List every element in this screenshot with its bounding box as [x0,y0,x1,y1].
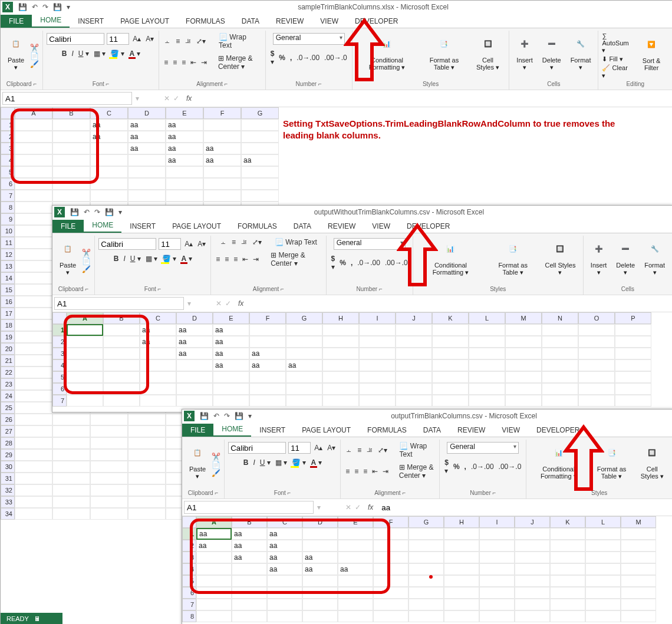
cell[interactable] [90,496,128,508]
cell[interactable] [322,336,359,348]
cell[interactable] [615,348,651,359]
cell[interactable] [469,348,505,359]
cell[interactable] [249,371,286,383]
delete-button[interactable]: ➖Delete▾ [612,244,638,278]
cell[interactable] [585,552,621,563]
cell[interactable] [359,324,396,336]
cut-icon[interactable]: ✂️ [30,44,39,52]
cell[interactable] [615,383,651,395]
cell[interactable] [409,575,444,587]
align-left-icon[interactable]: ≡ [163,58,169,67]
cell[interactable]: aa [128,131,166,143]
delete-button[interactable]: ➖Delete▾ [539,39,565,72]
tab-home[interactable]: HOME [84,219,121,233]
cell[interactable] [542,359,578,371]
decrease-indent-icon[interactable]: ⇤ [371,467,379,476]
row-header[interactable]: 17 [1,308,15,319]
cell[interactable] [203,178,241,190]
qat-save2-icon[interactable]: 💾 [105,208,114,216]
cell[interactable] [15,190,52,202]
decrease-font-icon[interactable]: A▾ [196,240,207,248]
cell[interactable] [359,359,396,371]
cell[interactable] [550,575,585,587]
cell[interactable]: aa [249,359,286,371]
cell[interactable] [578,336,615,348]
column-header[interactable]: N [542,312,578,324]
cell[interactable] [267,610,302,622]
row-header[interactable]: 8 [182,610,196,622]
cell[interactable] [166,190,203,202]
cell[interactable] [615,336,651,348]
column-header[interactable]: O [578,312,615,324]
column-header[interactable]: I [479,516,515,528]
column-header[interactable]: J [515,516,550,528]
align-right-icon[interactable]: ≡ [362,467,368,476]
cell[interactable] [128,437,166,449]
cell[interactable] [15,296,52,308]
tab-page-layout[interactable]: PAGE LAYOUT [294,424,359,437]
percent-icon[interactable]: % [452,463,461,471]
name-box[interactable] [2,92,132,105]
cell[interactable] [52,484,90,496]
cell[interactable] [176,395,213,407]
cell[interactable] [359,336,396,348]
cell[interactable] [515,540,550,552]
qat-save-icon[interactable]: 💾 [18,3,27,11]
cell[interactable] [196,599,232,610]
underline-button[interactable]: U ▾ [129,255,142,263]
tab-review[interactable]: REVIEW [268,15,312,28]
cell[interactable] [615,324,651,336]
cell[interactable] [52,449,90,461]
cell[interactable] [128,508,166,520]
cell[interactable] [90,508,128,520]
cell[interactable] [90,190,128,202]
align-center-icon[interactable]: ≡ [172,58,178,67]
row-header[interactable]: 15 [1,284,15,296]
cell[interactable]: aa [128,119,166,131]
column-header[interactable]: D [176,312,213,324]
cell[interactable] [128,154,166,166]
cell[interactable] [409,528,444,540]
row-header[interactable]: 22 [1,367,15,378]
currency-icon[interactable]: $ ▾ [443,458,450,475]
cell[interactable] [213,383,249,395]
increase-indent-icon[interactable]: ⇥ [200,58,208,67]
cell[interactable] [542,383,578,395]
tab-review[interactable]: REVIEW [449,424,493,437]
cell[interactable] [128,190,166,202]
italic-button[interactable]: I [122,255,126,263]
cell[interactable] [52,437,90,449]
cell[interactable] [15,437,52,449]
cell[interactable] [542,395,578,407]
cell[interactable] [52,473,90,484]
cell[interactable] [542,371,578,383]
cell[interactable] [585,575,621,587]
cell[interactable] [515,610,550,622]
cell[interactable] [203,166,241,178]
cell[interactable] [469,336,505,348]
column-header[interactable]: M [621,516,656,528]
align-top-icon[interactable]: ⫠ [219,238,228,246]
copy-icon[interactable]: 📄 [212,461,220,469]
cell[interactable] [444,587,479,599]
qat-save2-icon[interactable]: 💾 [235,412,243,420]
align-bottom-icon[interactable]: ⫡ [365,446,374,454]
fill-color-icon[interactable]: 🪣 ▾ [161,255,177,263]
cell[interactable] [15,319,52,331]
underline-button[interactable]: U ▾ [77,49,90,58]
tab-data[interactable]: DATA [415,424,449,437]
cell[interactable] [550,563,585,575]
row-header[interactable]: 27 [1,425,15,437]
cell[interactable] [396,336,432,348]
tab-view[interactable]: VIEW [493,424,528,437]
border-icon[interactable]: ▦ ▾ [93,49,107,58]
increase-font-icon[interactable]: A▴ [313,444,324,452]
cell[interactable] [621,563,656,575]
cell[interactable] [286,348,322,359]
cell[interactable] [90,414,128,425]
cell[interactable] [52,414,90,425]
cell[interactable] [409,610,444,622]
cell[interactable] [432,324,469,336]
cell[interactable] [140,395,176,407]
row-header[interactable]: 12 [1,249,15,260]
